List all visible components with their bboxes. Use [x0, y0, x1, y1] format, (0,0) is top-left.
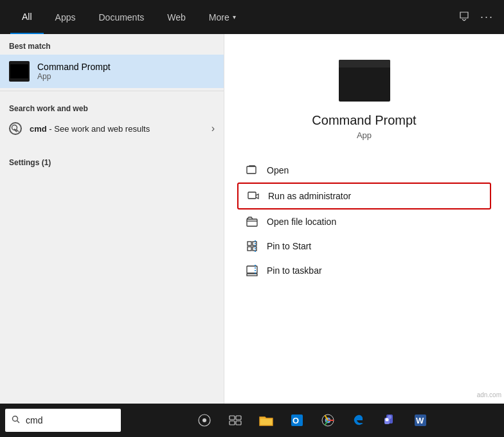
pin-taskbar-label: Pin to taskbar: [267, 265, 322, 276]
taskbar-teams-button[interactable]: [377, 407, 402, 433]
svg-rect-2: [247, 166, 256, 174]
left-panel: Best match Command Prompt App Search wor…: [0, 34, 224, 437]
svg-rect-20: [236, 421, 241, 425]
tab-apps[interactable]: Apps: [44, 0, 87, 34]
tab-more[interactable]: More ▾: [197, 0, 248, 34]
open-icon: [246, 165, 258, 176]
app-type: App: [357, 130, 372, 140]
pin-start-label: Pin to Start: [267, 241, 311, 251]
top-navigation: All Apps Documents Web More ▾ ···: [0, 0, 504, 34]
location-icon: [246, 216, 258, 227]
svg-rect-17: [230, 416, 235, 420]
svg-point-29: [386, 418, 389, 422]
action-run-admin[interactable]: Run as administrator: [237, 183, 491, 210]
taskbar-word-button[interactable]: W: [408, 407, 433, 433]
svg-rect-3: [248, 192, 256, 199]
action-pin-start[interactable]: Pin to Start: [237, 234, 491, 258]
svg-rect-4: [247, 219, 257, 226]
app-name: Command Prompt: [312, 113, 416, 128]
admin-icon: [248, 190, 259, 202]
svg-line-1: [17, 130, 19, 132]
run-admin-label: Run as administrator: [268, 191, 351, 201]
tab-all[interactable]: All: [10, 0, 44, 34]
action-open[interactable]: Open: [237, 158, 491, 183]
settings-section: Settings (1): [0, 145, 224, 176]
taskbar-search-icon: [12, 415, 21, 426]
taskbar-icon-group: O: [121, 407, 504, 433]
best-match-result[interactable]: Command Prompt App: [0, 55, 224, 88]
svg-rect-19: [230, 421, 235, 425]
search-web-label: Search work and web: [0, 96, 224, 117]
svg-point-13: [13, 416, 18, 421]
search-web-text: cmd - See work and web results: [30, 124, 204, 134]
tab-web[interactable]: Web: [156, 0, 197, 34]
nav-right-icons: ···: [458, 10, 494, 24]
taskbar-edge-button[interactable]: [346, 407, 372, 433]
search-web-section: Search work and web cmd - See work and w…: [0, 91, 224, 145]
taskbar-search-text: cmd: [26, 415, 42, 425]
svg-rect-8: [253, 247, 256, 251]
arrow-right-icon: ›: [212, 123, 215, 134]
taskbar-explorer-button[interactable]: [253, 407, 279, 433]
taskbar-start-button[interactable]: [192, 407, 217, 433]
svg-rect-6: [253, 242, 256, 245]
taskbar-outlook-button[interactable]: O: [284, 407, 310, 433]
svg-rect-5: [248, 242, 251, 245]
taskbar-taskview-button[interactable]: [222, 407, 248, 433]
svg-line-14: [17, 420, 20, 423]
cmd-app-icon: [9, 61, 30, 82]
action-list: Open Run as administrator: [224, 158, 504, 283]
pin-taskbar-icon: [246, 265, 258, 276]
result-title: Command Prompt: [37, 62, 111, 72]
result-text-group: Command Prompt App: [37, 62, 111, 81]
taskbar-search-box[interactable]: cmd: [5, 409, 121, 432]
svg-point-16: [203, 418, 206, 422]
svg-point-0: [12, 125, 17, 130]
svg-rect-11: [247, 274, 257, 276]
nav-tab-group: All Apps Documents Web More ▾: [10, 0, 248, 34]
action-pin-taskbar[interactable]: Pin to taskbar: [237, 258, 491, 283]
search-web-item[interactable]: cmd - See work and web results ›: [0, 117, 224, 140]
pin-start-icon: [246, 240, 258, 252]
taskbar: cmd: [0, 404, 504, 437]
search-circle-icon: [9, 122, 22, 135]
feedback-icon[interactable]: [458, 10, 470, 24]
settings-label: Settings (1): [0, 150, 224, 171]
chevron-down-icon: ▾: [233, 13, 236, 21]
best-match-label: Best match: [0, 34, 224, 55]
result-subtitle: App: [37, 72, 111, 81]
svg-rect-7: [248, 247, 251, 251]
app-preview-icon: [339, 60, 390, 102]
more-options-icon[interactable]: ···: [480, 10, 494, 24]
svg-text:O: O: [292, 416, 299, 425]
svg-text:W: W: [416, 416, 424, 425]
tab-documents[interactable]: Documents: [87, 0, 156, 34]
open-location-label: Open file location: [267, 217, 336, 227]
svg-rect-10: [247, 266, 257, 273]
open-label: Open: [267, 165, 289, 175]
main-area: Best match Command Prompt App Search wor…: [0, 34, 504, 437]
svg-rect-18: [236, 416, 241, 420]
taskbar-chrome-button[interactable]: [315, 407, 341, 433]
right-panel: Command Prompt App Open: [224, 34, 504, 437]
action-open-location[interactable]: Open file location: [237, 210, 491, 234]
